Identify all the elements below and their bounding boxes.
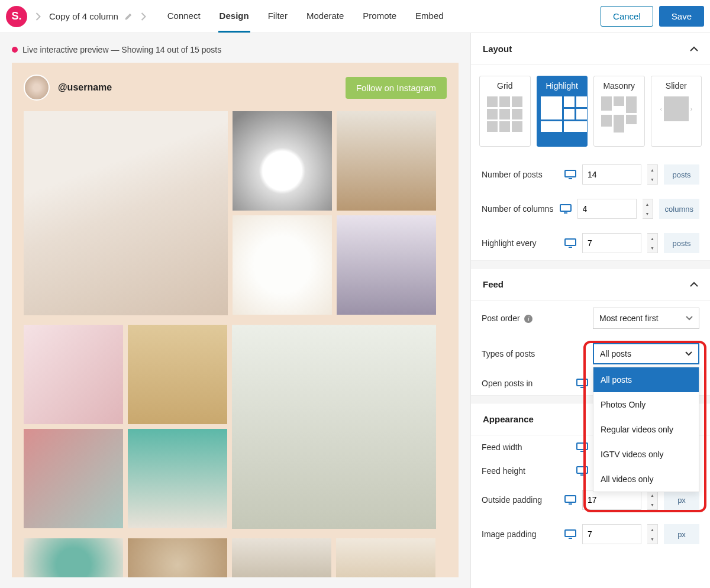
feed-tile[interactable]: [24, 325, 123, 424]
field-label: Number of posts: [482, 170, 559, 179]
section-title: Feed: [483, 279, 504, 289]
feed-tile[interactable]: [24, 111, 228, 315]
feed-tile[interactable]: [128, 325, 227, 424]
feed-tile[interactable]: [337, 215, 436, 315]
tab-connect[interactable]: Connect: [166, 1, 202, 33]
types-of-posts-select[interactable]: All posts All posts Photos Only Regular …: [593, 343, 699, 364]
feed-tile[interactable]: [336, 538, 435, 577]
preview-notice: Live interactive preview — Showing 14 ou…: [12, 45, 459, 54]
image-padding-input[interactable]: [582, 524, 641, 544]
desktop-icon[interactable]: [564, 170, 576, 179]
dropdown-option[interactable]: Regular videos only: [593, 417, 699, 442]
desktop-icon[interactable]: [560, 204, 572, 214]
unit-label: posts: [664, 164, 699, 185]
field-label: Feed width: [482, 442, 570, 452]
desktop-icon[interactable]: [576, 442, 588, 452]
select-value: All posts: [600, 349, 631, 358]
tab-embed[interactable]: Embed: [414, 1, 445, 33]
types-dropdown: All posts Photos Only Regular videos onl…: [593, 367, 699, 492]
stepper[interactable]: ▲▼: [647, 164, 658, 185]
settings-sidebar: Layout Grid Highlight Masonry: [470, 33, 710, 588]
layout-card-label: Masonry: [603, 81, 635, 91]
stepper[interactable]: ▲▼: [647, 233, 658, 253]
field-num-posts: Number of posts ▲▼ posts: [471, 157, 710, 192]
field-highlight-every: Highlight every ▲▼ posts: [471, 226, 710, 260]
desktop-icon[interactable]: [564, 495, 576, 505]
stepper[interactable]: ▲▼: [643, 199, 653, 219]
section-layout-header[interactable]: Layout: [471, 33, 710, 65]
field-label: Open posts in: [482, 379, 570, 388]
feed-tile[interactable]: [128, 538, 227, 577]
dropdown-option[interactable]: Photos Only: [593, 392, 699, 417]
field-num-cols: Number of columns ▲▼ columns: [471, 192, 710, 226]
field-label: Image padding: [482, 529, 559, 539]
layout-card-label: Slider: [666, 81, 687, 91]
desktop-icon[interactable]: [564, 238, 576, 248]
svg-rect-1: [560, 205, 571, 211]
field-types-of-posts: Types of posts All posts All posts Photo…: [471, 336, 710, 371]
chevron-down-icon: [685, 351, 692, 356]
svg-rect-0: [565, 170, 576, 177]
desktop-icon[interactable]: [576, 466, 588, 476]
unit-label: posts: [664, 233, 699, 253]
feed-tile[interactable]: [232, 325, 436, 529]
field-image-padding: Image padding ▲▼ px: [471, 517, 710, 551]
feed-tile[interactable]: [24, 429, 123, 528]
outside-padding-input[interactable]: [582, 490, 641, 510]
tab-moderate[interactable]: Moderate: [305, 1, 345, 33]
app-logo: S.: [6, 6, 27, 27]
username[interactable]: @username: [58, 82, 112, 93]
feed-grid: [24, 111, 447, 577]
section-feed-header[interactable]: Feed: [471, 269, 710, 301]
feed-preview: @username Follow on Instagram: [12, 63, 459, 577]
tab-filter[interactable]: Filter: [267, 1, 289, 33]
field-label: Number of columns: [482, 204, 554, 214]
live-dot-icon: [12, 47, 18, 53]
dropdown-option[interactable]: IGTV videos only: [593, 442, 699, 467]
desktop-icon[interactable]: [564, 529, 576, 539]
num-cols-input[interactable]: [577, 199, 637, 219]
layout-card-slider[interactable]: Slider ‹›: [651, 76, 702, 147]
preview-area: Live interactive preview — Showing 14 ou…: [0, 33, 470, 588]
feed-tile[interactable]: [337, 111, 436, 211]
layout-card-grid[interactable]: Grid: [479, 76, 531, 147]
feed-tile[interactable]: [24, 538, 123, 577]
svg-rect-6: [565, 496, 576, 502]
num-posts-input[interactable]: [582, 164, 641, 185]
feed-tile[interactable]: [233, 215, 332, 315]
svg-rect-3: [577, 379, 588, 386]
pencil-icon[interactable]: [124, 12, 133, 21]
stepper[interactable]: ▲▼: [647, 490, 658, 510]
field-label: Feed height: [482, 466, 570, 476]
avatar[interactable]: [24, 75, 50, 101]
layout-card-masonry[interactable]: Masonry: [593, 76, 645, 147]
post-order-select[interactable]: Most recent first: [593, 308, 699, 329]
save-button[interactable]: Save: [659, 6, 704, 27]
breadcrumb-title: Copy of 4 column: [49, 11, 118, 21]
preview-notice-text: Live interactive preview — Showing 14 ou…: [22, 45, 221, 54]
tab-design[interactable]: Design: [218, 1, 250, 33]
select-value: Most recent first: [599, 314, 659, 323]
svg-rect-2: [565, 239, 576, 245]
layout-card-highlight[interactable]: Highlight: [537, 76, 588, 147]
feed-tile[interactable]: [232, 538, 331, 577]
section-title: Layout: [483, 44, 512, 54]
highlight-every-input[interactable]: [582, 233, 641, 253]
follow-button[interactable]: Follow on Instagram: [346, 77, 447, 99]
dropdown-option[interactable]: All posts: [593, 367, 699, 392]
unit-label: px: [664, 490, 699, 510]
chevron-up-icon: [690, 280, 698, 289]
stepper[interactable]: ▲▼: [647, 524, 658, 544]
topbar: S. Copy of 4 column Connect Design Filte…: [0, 0, 710, 33]
layout-type-cards: Grid Highlight Masonry Slider ‹›: [471, 65, 710, 157]
dropdown-option[interactable]: All videos only: [593, 467, 699, 492]
chevron-up-icon: [690, 45, 698, 53]
feed-tile[interactable]: [233, 111, 332, 211]
desktop-icon[interactable]: [576, 379, 588, 388]
info-icon[interactable]: i: [524, 315, 532, 323]
feed-tile[interactable]: [128, 429, 227, 528]
chevron-down-icon: [686, 316, 693, 321]
tab-promote[interactable]: Promote: [362, 1, 398, 33]
field-label: Types of posts: [482, 349, 587, 358]
cancel-button[interactable]: Cancel: [601, 6, 653, 27]
